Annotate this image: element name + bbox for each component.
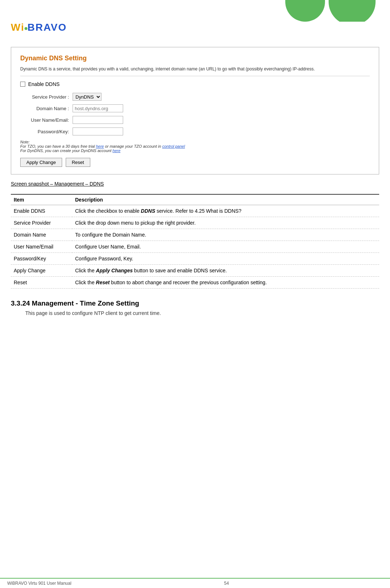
table-row: User Name/Email Configure User Name, Ema… bbox=[11, 241, 379, 253]
dns-setting-panel: Dynamic DNS Setting Dynamic DNS is a ser… bbox=[11, 47, 379, 174]
apply-change-button[interactable]: Apply Change bbox=[20, 158, 62, 167]
description-table: Item Description Enable DDNS Click the c… bbox=[11, 194, 379, 289]
section-heading: 3.3.24 Management - Time Zone Setting bbox=[11, 299, 379, 307]
note-here2-link[interactable]: here bbox=[113, 148, 121, 153]
dns-description: Dynamic DNS is a service, that provides … bbox=[20, 66, 370, 76]
dns-buttons: Apply Change Reset bbox=[20, 158, 370, 167]
logo-wi: Wi bbox=[11, 22, 25, 33]
logo-dot bbox=[25, 27, 27, 30]
logo-bravo: BRAVO bbox=[27, 22, 67, 33]
table-row: Reset Click the Reset button to abort ch… bbox=[11, 277, 379, 289]
table-row: Domain Name To configure the Domain Name… bbox=[11, 229, 379, 241]
domain-name-input[interactable] bbox=[73, 104, 123, 112]
table-cell-desc: Click the drop down menu to pickup the r… bbox=[72, 217, 379, 229]
user-name-input[interactable] bbox=[73, 116, 123, 124]
footer-right bbox=[382, 581, 383, 586]
table-cell-item: Domain Name bbox=[11, 229, 72, 241]
table-cell-item: Password/Key bbox=[11, 253, 72, 265]
section-text: This page is used to configure NTP clien… bbox=[25, 310, 379, 316]
password-input[interactable] bbox=[73, 127, 123, 135]
table-row: Password/Key Configure Password, Key. bbox=[11, 253, 379, 265]
table-col-item: Item bbox=[11, 194, 72, 205]
table-cell-desc: Click the Apply Changes button to save a… bbox=[72, 265, 379, 277]
table-cell-desc: Click the Reset button to abort change a… bbox=[72, 277, 379, 289]
user-name-label: User Name/Email: bbox=[20, 117, 73, 123]
table-cell-item: Reset bbox=[11, 277, 72, 289]
note-line2: For DynDNS, you can create your DynDNS a… bbox=[20, 148, 113, 153]
user-name-row: User Name/Email: bbox=[20, 116, 370, 124]
table-cell-item: Enable DDNS bbox=[11, 205, 72, 217]
password-row: Password/Key: bbox=[20, 127, 370, 135]
header-decoration bbox=[282, 0, 390, 22]
enable-ddns-label: Enable DDNS bbox=[28, 81, 60, 87]
note-here1-link[interactable]: here bbox=[96, 144, 104, 148]
note-line1: For TZO, you can have a 30 days free tri… bbox=[20, 144, 96, 148]
table-cell-desc: To configure the Domain Name. bbox=[72, 229, 379, 241]
table-row: Service Provider Click the drop down men… bbox=[11, 217, 379, 229]
footer: WiBRAVO Virtu 901 User Manual 54 bbox=[0, 578, 390, 588]
footer-page: 54 bbox=[72, 581, 382, 586]
note-line1b: or manage your TZO account in bbox=[104, 144, 162, 148]
table-cell-desc: Configure User Name, Email. bbox=[72, 241, 379, 253]
dns-note: Note: For TZO, you can have a 30 days fr… bbox=[20, 140, 370, 153]
table-cell-desc: Click the checkbox to enable DDNS servic… bbox=[72, 205, 379, 217]
enable-ddns-checkbox[interactable] bbox=[20, 82, 25, 87]
table-cell-item: Apply Change bbox=[11, 265, 72, 277]
service-provider-select[interactable]: DynDNS TZO bbox=[73, 93, 101, 101]
reset-button[interactable]: Reset bbox=[66, 158, 90, 167]
enable-ddns-row: Enable DDNS bbox=[20, 81, 370, 87]
table-row: Enable DDNS Click the checkbox to enable… bbox=[11, 205, 379, 217]
domain-name-label: Domain Name : bbox=[20, 106, 73, 111]
screen-caption: Screen snapshot – Management – DDNS bbox=[11, 181, 379, 187]
password-label: Password/Key: bbox=[20, 129, 73, 134]
service-provider-label: Service Provider : bbox=[20, 94, 73, 100]
table-row: Apply Change Click the Apply Changes but… bbox=[11, 265, 379, 277]
table-cell-item: Service Provider bbox=[11, 217, 72, 229]
note-title: Note: bbox=[20, 140, 30, 144]
table-cell-desc: Configure Password, Key. bbox=[72, 253, 379, 265]
logo: WiBRAVO bbox=[11, 22, 67, 33]
domain-name-row: Domain Name : bbox=[20, 104, 370, 112]
table-cell-item: User Name/Email bbox=[11, 241, 72, 253]
footer-left: WiBRAVO Virtu 901 User Manual bbox=[7, 581, 72, 586]
main-content: Dynamic DNS Setting Dynamic DNS is a ser… bbox=[11, 47, 379, 316]
table-col-description: Description bbox=[72, 194, 379, 205]
note-control-link[interactable]: control panel bbox=[162, 144, 185, 148]
dns-panel-title: Dynamic DNS Setting bbox=[20, 55, 370, 62]
service-provider-row: Service Provider : DynDNS TZO bbox=[20, 93, 370, 101]
